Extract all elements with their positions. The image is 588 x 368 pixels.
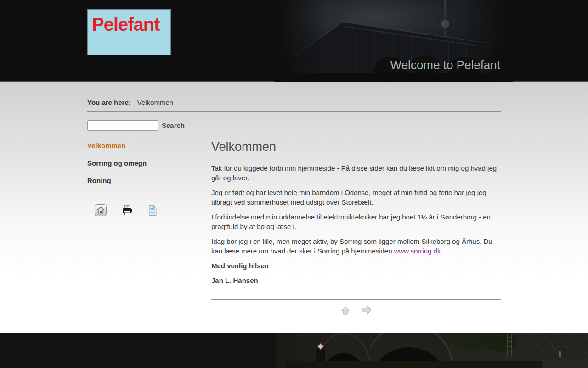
- search-form: Search: [87, 120, 501, 131]
- paragraph: Jeg er født og har levet hele min barndo…: [211, 188, 501, 207]
- sidebar-item-label: Velkommen: [87, 142, 125, 150]
- footer: [0, 333, 588, 368]
- article-divider: [211, 299, 501, 300]
- sidebar-item-label: Roning: [87, 177, 111, 184]
- breadcrumb-label: You are here:: [87, 98, 131, 106]
- page-tools: [87, 204, 211, 216]
- right-arrow-icon[interactable]: [362, 305, 372, 315]
- breadcrumb-current: Velkommen: [137, 98, 173, 106]
- signature-line: Jan L. Hansen: [211, 276, 501, 285]
- site-logo-text: Pelefant: [92, 14, 160, 34]
- up-arrow-icon[interactable]: [340, 305, 351, 315]
- sidebar-item-roning[interactable]: Roning: [87, 173, 198, 190]
- breadcrumb: You are here:Velkommen: [87, 82, 501, 106]
- page-title: Velkommen: [211, 140, 501, 154]
- main-article: Velkommen Tak for du kiggede forbi min h…: [211, 142, 501, 315]
- footer-bridge-photo: [0, 333, 588, 368]
- sidebar-item-velkommen[interactable]: Velkommen: [87, 142, 198, 155]
- site-logo[interactable]: Pelefant: [87, 9, 171, 55]
- sorring-link[interactable]: www.sorring.dk: [394, 247, 441, 255]
- paragraph: Idag bor jeg i en lille, men meget aktiv…: [211, 236, 501, 256]
- closing-line: Med venlig hilsen: [211, 261, 501, 270]
- sidebar-menu: Velkommen Sorring og omegn Roning: [87, 142, 211, 315]
- paragraph: Tak for du kiggede forbi min hjemmeside …: [211, 163, 501, 183]
- document-icon[interactable]: [148, 205, 158, 216]
- paragraph-text: Idag bor jeg i en lille, men meget aktiv…: [211, 237, 492, 255]
- home-icon[interactable]: [95, 204, 107, 216]
- paragraph: I forbindelse med min uddannelse til ele…: [211, 212, 501, 231]
- breadcrumb-divider: [87, 111, 501, 112]
- header: Pelefant Welcome to Pelefant: [0, 0, 588, 82]
- pager: [211, 305, 501, 315]
- sidebar-item-sorring-og-omegn[interactable]: Sorring og omegn: [87, 155, 198, 173]
- search-input[interactable]: [87, 120, 158, 131]
- sidebar-item-label: Sorring og omegn: [87, 159, 147, 167]
- content-area: You are here:Velkommen Search Velkommen …: [0, 82, 588, 333]
- print-icon[interactable]: [121, 205, 133, 216]
- search-button[interactable]: Search: [162, 121, 185, 129]
- header-welcome-text: Welcome to Pelefant: [390, 58, 500, 72]
- page: Pelefant Welcome to Pelefant You are her…: [0, 0, 588, 368]
